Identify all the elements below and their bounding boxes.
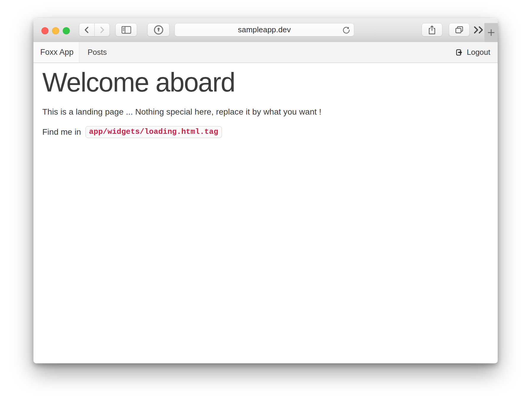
address-bar-url[interactable]: sampleapp.dev: [238, 25, 291, 34]
new-tab-button[interactable]: [484, 23, 498, 42]
navbar-item-label: Posts: [88, 48, 107, 57]
page-title: Welcome aboard: [42, 68, 489, 97]
onepassword-extension-button[interactable]: [147, 23, 170, 36]
sidebar-toggle-button[interactable]: [115, 23, 137, 36]
forward-icon: [99, 25, 105, 34]
back-icon: [84, 25, 90, 34]
zoom-window-button[interactable]: [63, 27, 70, 34]
minimize-window-button[interactable]: [52, 27, 59, 34]
history-nav-group: [79, 23, 110, 36]
browser-toolbar: sampleapp.dev: [33, 18, 498, 42]
share-button[interactable]: [422, 23, 442, 36]
code-path: app/widgets/loading.html.tag: [86, 126, 222, 138]
onepassword-icon: [153, 25, 164, 35]
reload-button[interactable]: [342, 26, 350, 34]
reload-icon: [342, 26, 350, 34]
intro-text: This is a landing page ... Nothing speci…: [42, 107, 489, 117]
find-me-prefix: Find me in: [42, 127, 81, 137]
sign-out-icon: [454, 48, 464, 57]
address-bar[interactable]: sampleapp.dev: [175, 23, 354, 36]
back-button[interactable]: [79, 23, 95, 36]
toolbar-overflow-button[interactable]: [472, 23, 485, 36]
sidebar-icon: [121, 26, 131, 34]
browser-window: sampleapp.dev: [33, 18, 498, 363]
show-all-tabs-button[interactable]: [449, 23, 470, 36]
tabs-icon: [454, 26, 464, 34]
navbar-brand[interactable]: Foxx App: [33, 42, 79, 62]
find-me-line: Find me in app/widgets/loading.html.tag: [42, 126, 489, 138]
logout-button[interactable]: Logout: [454, 42, 490, 62]
overflow-chevrons-icon: [473, 25, 485, 34]
new-tab-plus-icon: [487, 28, 496, 37]
close-window-button[interactable]: [41, 27, 49, 34]
site-navbar: Foxx App Posts Logout: [33, 42, 498, 63]
navbar-item-posts[interactable]: Posts: [88, 42, 107, 62]
navbar-brand-label: Foxx App: [40, 48, 74, 57]
page-content: Welcome aboard This is a landing page ..…: [33, 63, 498, 363]
share-icon: [428, 25, 436, 35]
forward-button[interactable]: [95, 23, 110, 36]
logout-label: Logout: [467, 48, 490, 57]
